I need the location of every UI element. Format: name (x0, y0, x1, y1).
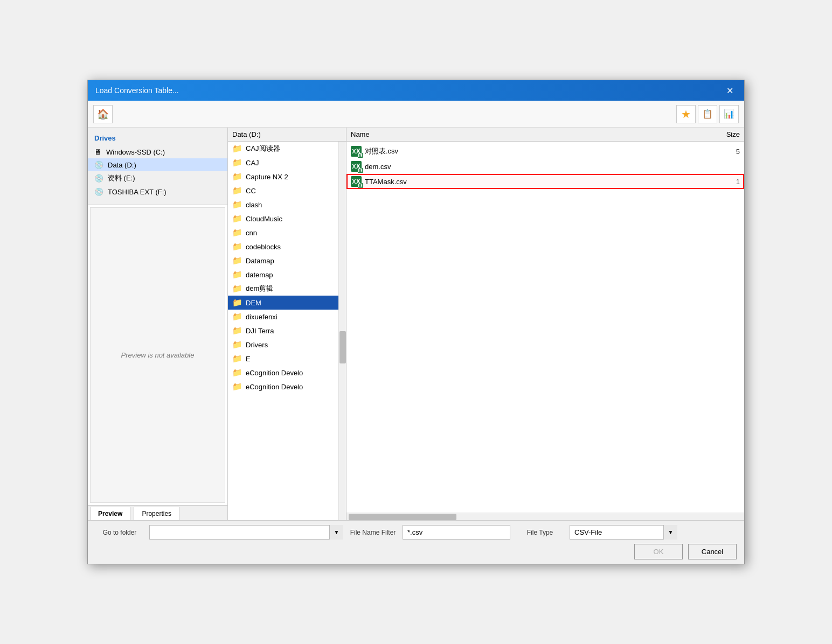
close-button[interactable]: ✕ (723, 85, 737, 97)
folder-scrollbar-thumb (339, 331, 346, 363)
folder-name-14: Drivers (246, 341, 268, 349)
nav-back-button[interactable]: 📋 (698, 105, 717, 123)
drive-item-c[interactable]: 🖥 Windows-SSD (C:) (88, 145, 227, 158)
folder-name-5: CloudMusic (246, 215, 282, 223)
go-to-folder-input[interactable] (149, 525, 343, 540)
folder-item-clash[interactable]: 📁 clash (228, 198, 338, 212)
file-size-0: 5 (697, 148, 740, 156)
ok-button[interactable]: OK (634, 544, 683, 559)
folder-item-3[interactable]: 📁 CC (228, 184, 338, 198)
toolbar: 🏠 ★ 📋 📊 (88, 101, 744, 128)
dialog-title: Load Conversion Table... (95, 86, 179, 95)
drive-label-e: 资料 (E:) (108, 173, 135, 183)
folder-name-16: eCognition Develo (246, 369, 303, 377)
nav-fwd-button[interactable]: 📊 (719, 105, 739, 123)
folder-item-6[interactable]: 📁 cnn (228, 226, 338, 240)
folder-icon-2: 📁 (232, 172, 242, 181)
folder-item-16[interactable]: 📁 eCognition Develo (228, 366, 338, 380)
folder-name-6: cnn (246, 229, 257, 237)
folder-icon-dem: 📁 (232, 298, 242, 307)
folder-icon-16: 📁 (232, 368, 242, 377)
folder-icon-6: 📁 (232, 228, 242, 237)
folder-item-15[interactable]: 📁 E (228, 352, 338, 366)
nav-back-icon: 📋 (702, 109, 713, 119)
go-to-folder-dropdown-btn[interactable]: ▼ (329, 525, 343, 540)
bookmark-button[interactable]: ★ (676, 105, 696, 123)
folder-item-10[interactable]: 📁 dem剪辑 (228, 282, 338, 296)
folder-item-17[interactable]: 📁 eCognition Develo (228, 380, 338, 394)
file-icon-2: XE (351, 176, 362, 187)
filter-section: File Name Filter File Type CSV-File ▼ (349, 525, 737, 540)
drive-item-d[interactable]: 💿 Data (D:) (88, 158, 227, 171)
bottom-row1: Go to folder ▼ File Name Filter File Typ… (95, 525, 737, 540)
drive-icon-c: 🖥 (94, 148, 102, 156)
bottom-row2: OK Cancel (95, 544, 737, 559)
folder-icon-13: 📁 (232, 326, 242, 335)
folder-name-dem: DEM (246, 299, 261, 307)
folder-name-13: DJI Terra (246, 327, 274, 335)
chevron-down-icon: ▼ (334, 529, 339, 535)
folder-scrollbar[interactable] (338, 142, 346, 520)
file-name-filter-label: File Name Filter (349, 529, 397, 536)
folder-icon-1: 📁 (232, 158, 242, 167)
folder-icon-9: 📁 (232, 270, 242, 279)
file-type-label: File Type (516, 529, 564, 536)
preview-text: Preview is not available (121, 351, 195, 359)
preview-tabs: Preview Properties (88, 505, 227, 520)
folder-item-8[interactable]: 📁 Datamap (228, 254, 338, 268)
folder-item-12[interactable]: 📁 dixuefenxi (228, 310, 338, 324)
folder-item-7[interactable]: 📁 codeblocks (228, 240, 338, 254)
go-to-folder-wrap: ▼ (149, 525, 343, 540)
folder-name-9: datemap (246, 271, 273, 279)
file-type-select[interactable]: CSV-File (570, 525, 677, 540)
folder-item-13[interactable]: 📁 DJI Terra (228, 324, 338, 338)
preview-area: Preview is not available (90, 207, 225, 503)
folder-name-15: E (246, 355, 251, 363)
drive-item-e[interactable]: 💿 资料 (E:) (88, 171, 227, 185)
file-item-1[interactable]: XE dem.csv (346, 159, 744, 174)
folder-item-5[interactable]: 📁 CloudMusic (228, 212, 338, 226)
excel-icon-1: XE (351, 161, 362, 172)
file-item-2[interactable]: XE TTAMask.csv 1 (346, 174, 744, 189)
right-panel: Name Size XE 对照表.csv 5 XE dem.csv (346, 128, 744, 520)
folder-item-2[interactable]: 📁 Capture NX 2 (228, 170, 338, 184)
file-icon-1: XE (351, 161, 362, 172)
folder-name-12: dixuefenxi (246, 313, 278, 321)
folder-icon-clash: 📁 (232, 200, 242, 209)
drive-item-f[interactable]: 💿 TOSHIBA EXT (F:) (88, 185, 227, 198)
file-item-0[interactable]: XE 对照表.csv 5 (346, 144, 744, 159)
folder-item-1[interactable]: 📁 CAJ (228, 156, 338, 170)
folder-item-0[interactable]: 📁 CAJ阅读器 (228, 142, 338, 156)
bottom-bar: Go to folder ▼ File Name Filter File Typ… (88, 520, 744, 564)
middle-panel: Data (D:) 📁 CAJ阅读器 📁 CAJ 📁 Capture NX 2 (228, 128, 346, 520)
drive-icon-d: 💿 (94, 160, 103, 169)
folder-name-17: eCognition Develo (246, 383, 303, 391)
col-size: Size (697, 130, 740, 138)
folder-name-0: CAJ阅读器 (246, 144, 280, 153)
file-name-filter-input[interactable] (403, 525, 510, 540)
file-type-select-wrap: CSV-File ▼ (570, 525, 677, 540)
folder-name-8: Datamap (246, 257, 274, 265)
folder-icon-10: 📁 (232, 284, 242, 293)
folder-item-14[interactable]: 📁 Drivers (228, 338, 338, 352)
tab-properties[interactable]: Properties (134, 507, 179, 520)
folder-icon-0: 📁 (232, 144, 242, 153)
drive-label-d: Data (D:) (108, 161, 136, 169)
drives-header: Drives (88, 132, 227, 145)
folder-item-dem[interactable]: 📁 DEM (228, 296, 338, 310)
file-hscrollbar-thumb (349, 514, 456, 520)
folder-name-3: CC (246, 187, 256, 195)
excel-icon-2: XE (351, 176, 362, 187)
star-icon: ★ (681, 108, 691, 121)
file-hscrollbar[interactable] (346, 513, 744, 520)
col-name: Name (351, 130, 697, 138)
folder-item-9[interactable]: 📁 datemap (228, 268, 338, 282)
file-list-header: Name Size (346, 128, 744, 142)
go-to-folder-label: Go to folder (95, 529, 144, 536)
drive-icon-f: 💿 (94, 187, 103, 196)
cancel-button[interactable]: Cancel (688, 544, 737, 559)
folder-icon-12: 📁 (232, 312, 242, 321)
tab-preview[interactable]: Preview (90, 507, 130, 520)
folder-name-10: dem剪辑 (246, 284, 273, 293)
home-button[interactable]: 🏠 (93, 105, 113, 123)
